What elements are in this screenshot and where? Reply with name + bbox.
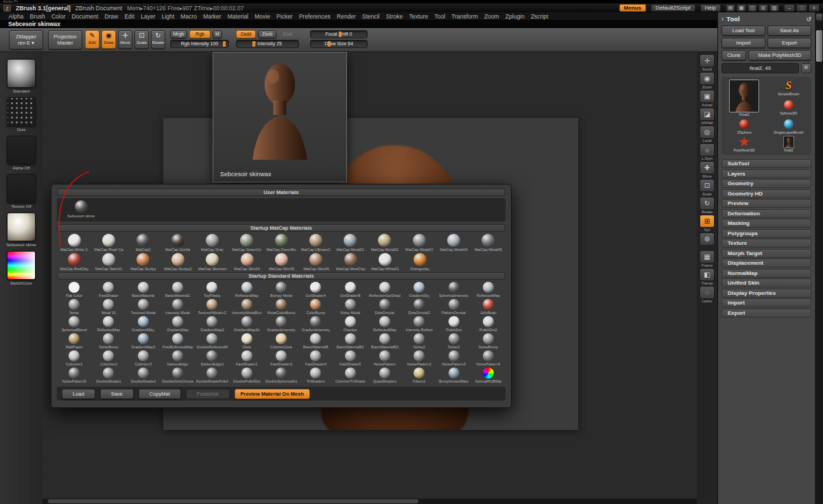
tool-section-normalmap[interactable]: NormalMap <box>721 269 811 278</box>
rotate-icon[interactable]: ↻ <box>700 197 715 210</box>
material-item-colorbump[interactable]: ColorBump <box>298 299 333 316</box>
tool-section-geometry-hd[interactable]: Geometry HD <box>721 189 811 198</box>
material-item-gelshaderb[interactable]: GelShaderB <box>333 282 368 299</box>
material-item-colorizertrishade[interactable]: ColorizerTriShade <box>333 368 368 385</box>
material-item-basicmaterialb2[interactable]: BasicMaterialB2 <box>333 333 368 350</box>
default-zscript-button[interactable]: DefaultZScript <box>651 4 695 12</box>
material-item-matcap-gray[interactable]: MatCap Gray <box>195 234 229 253</box>
menu-item-edit[interactable]: Edit <box>121 13 138 20</box>
document-tab[interactable]: Sebcesoir skinwax <box>0 20 717 28</box>
export-tool-button[interactable]: Export <box>767 38 811 48</box>
material-item-toyplastic[interactable]: ToyPlastic <box>195 282 229 299</box>
material-item-bumpy-metal[interactable]: Bumpy Metal <box>264 282 298 299</box>
tool-thumb-sphere3d[interactable]: Sphere3D <box>767 99 811 117</box>
material-item-normalrgbmat[interactable]: NormalRGBMat <box>471 368 505 385</box>
material-item-matcap-skin04[interactable]: MatCap Skin04 <box>230 253 264 272</box>
material-item-orangeclay[interactable]: Orangeclay <box>403 253 437 272</box>
zcut-button[interactable]: Zcut <box>283 32 292 36</box>
material-item-intensitymetalbun[interactable]: IntensityMetalBun <box>230 299 264 316</box>
menu-item-stroke[interactable]: Stroke <box>383 13 406 20</box>
material-item-gradientintensity[interactable]: GradientIntensity <box>264 316 298 333</box>
tool-name-slider[interactable]: finalZ. 49 <box>721 63 799 73</box>
tool-thumb-polymesh3d[interactable]: PolyMesh3D <box>723 136 766 152</box>
menus-button[interactable]: Menus <box>619 4 646 12</box>
maximize-button[interactable]: □ <box>796 4 807 12</box>
view-control-scroll[interactable]: ✛Scroll <box>698 54 716 71</box>
material-item-matcap-pearl-ca[interactable]: MatCap Pearl Ca <box>91 234 126 253</box>
material-item-colorizeglow[interactable]: ColorizeGlow <box>264 333 298 350</box>
alpha-thumbnail[interactable] <box>7 136 36 165</box>
material-item-intensity-reflect[interactable]: Intensity Reflect <box>402 316 436 333</box>
make-polymesh3d-button[interactable]: Make PolyMesh3D <box>748 50 811 60</box>
material-item-matcap-white01[interactable]: MatCap White01 <box>368 253 403 272</box>
menu-item-document[interactable]: Document <box>69 13 102 20</box>
material-item-gelshadera[interactable]: GelShaderA <box>298 282 333 299</box>
material-item-basicmaterial[interactable]: BasicMaterial <box>126 282 160 299</box>
copymat-button[interactable]: CopyMat <box>139 389 181 399</box>
material-item-noisepattern2[interactable]: NoisePattern2 <box>402 350 436 368</box>
material-item-matcap-lbrownc[interactable]: MatCap LBrownC <box>298 234 333 253</box>
material-item-colorizer3[interactable]: Colorizer3 <box>126 350 160 368</box>
view-control-gear-icon[interactable]: ⊛ <box>698 232 716 250</box>
menu-item-light[interactable]: Light <box>158 13 178 20</box>
material-item-fastshader[interactable]: FastShader <box>91 282 126 299</box>
material-item-matcap-skin06[interactable]: MatCap Skin06 <box>299 253 333 272</box>
material-item-reflectedmap[interactable]: ReflectedMap <box>368 316 402 333</box>
local-symmetry-icon[interactable]: ☼ <box>700 143 715 156</box>
material-item-gradientsky[interactable]: GradientSky <box>402 282 436 299</box>
material-item-matcap-metal02[interactable]: MatCap Metal02 <box>368 234 402 253</box>
material-item-matcap-skin05[interactable]: MatCap Skin05 <box>264 253 298 272</box>
selector-alpha-off[interactable]: Alpha Off <box>5 136 38 170</box>
material-item-doublepolkadot[interactable]: DoublePolkADot <box>230 368 264 385</box>
rgb-intensity-slider[interactable]: Rgb Intensity 100 <box>170 40 229 48</box>
interface-icon[interactable]: ▤ <box>726 4 735 12</box>
material-item-doubleshade1[interactable]: DoubleShade1 <box>91 368 126 385</box>
matcap-materials-header[interactable]: Startup MatCap Materials <box>57 224 505 232</box>
material-item-fastshader5[interactable]: FastShader5 <box>333 350 368 368</box>
frame-icon[interactable]: ▦ <box>700 250 715 263</box>
menu-item-zplugin[interactable]: Zplugin <box>502 13 527 20</box>
material-item-jellybean[interactable]: JellyBean <box>471 299 505 316</box>
vertical-scroll-thumb[interactable] <box>816 30 822 62</box>
material-item-noisepattern3[interactable]: NoisePattern3 <box>436 350 470 368</box>
material-item-postreflectedmap[interactable]: PostReflectedMap <box>160 333 195 350</box>
material-item-fastshader3[interactable]: FastShader3 <box>264 350 298 368</box>
material-item-polkadot[interactable]: PolkADot <box>436 316 470 333</box>
material-item-checker[interactable]: Checker <box>333 316 368 333</box>
texture-thumbnail[interactable] <box>7 174 36 203</box>
tool-thumb-singlelayerbrush[interactable]: SingleLayerBrush <box>767 118 811 134</box>
preview-material-on-mesh-button[interactable]: Preview Material On Mesh <box>235 389 311 399</box>
material-item-basicmaterialb3[interactable]: BasicMaterialB3 <box>368 333 402 350</box>
zsub-button[interactable]: Zsub <box>258 30 276 38</box>
menu-item-picker[interactable]: Picker <box>273 13 296 20</box>
material-item-colorizer1[interactable]: Colorizer1 <box>57 350 91 368</box>
import-tool-button[interactable]: Import <box>721 38 765 48</box>
clone-button[interactable]: Clone <box>721 50 746 60</box>
view-control-local[interactable]: ◎Local <box>698 125 716 143</box>
draw-size-slider[interactable]: Draw Size 64 <box>310 40 368 48</box>
aahalf-icon[interactable]: ◪ <box>700 108 715 121</box>
tool-section-subtool[interactable]: SubTool <box>721 159 811 168</box>
zadd-button[interactable]: Zadd <box>236 30 256 38</box>
menu-item-tool[interactable]: Tool <box>431 13 449 20</box>
material-item-texture4metal-c[interactable]: Texture4Metal+C <box>195 299 229 316</box>
tool-section-texture[interactable]: Texture <box>721 239 811 248</box>
material-item-bumpviewermate[interactable]: BumpViewerMate <box>436 368 470 385</box>
split-view-icon[interactable]: ◫ <box>748 4 757 12</box>
draw-mode-button[interactable]: ◉ Draw <box>102 30 116 49</box>
selector-texture-off[interactable]: Texture Off <box>5 174 38 208</box>
material-item-glow[interactable]: Glow <box>230 333 264 350</box>
menu-item-color[interactable]: Color <box>48 13 69 20</box>
material-item-fibers1[interactable]: Fibers1 <box>402 368 436 385</box>
local-icon[interactable]: ◎ <box>700 125 715 139</box>
user-materials-header[interactable]: User Materials <box>57 189 505 196</box>
menu-item-stencil[interactable]: Stencil <box>359 13 383 20</box>
material-item-noise2[interactable]: Noise2 <box>402 333 436 350</box>
m-button[interactable]: M <box>213 30 222 38</box>
material-thumbnail[interactable] <box>7 213 36 241</box>
material-item-fastshader4[interactable]: FastShader4 <box>298 350 333 368</box>
tool-section-import[interactable]: Import <box>721 298 811 307</box>
tool-section-polygroups[interactable]: Polygroups <box>721 229 811 238</box>
zmapper-button[interactable]: ZMapper rev-E ▾ <box>9 30 43 49</box>
tool-section-layers[interactable]: Layers <box>721 169 811 178</box>
